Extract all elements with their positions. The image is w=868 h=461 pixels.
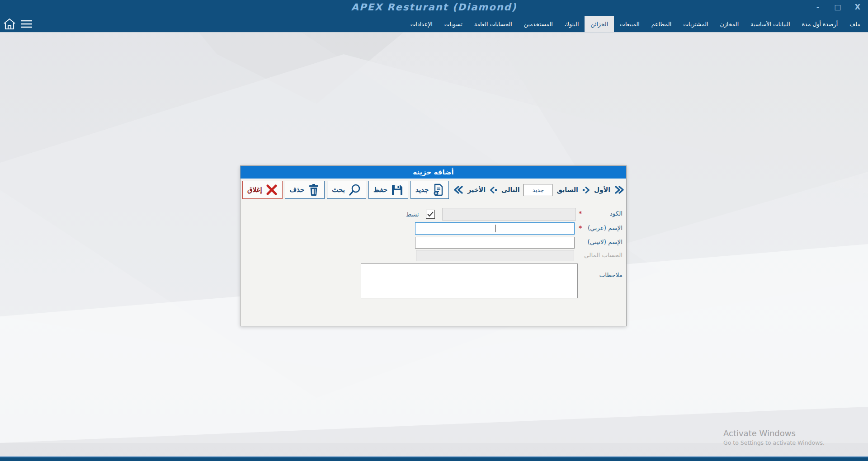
menu-item-sales[interactable]: المبيعات	[614, 16, 646, 32]
menu-item-users[interactable]: المستخدمين	[518, 16, 559, 32]
watermark-line1: Activate Windows	[723, 428, 825, 438]
previous-record-icon[interactable]	[582, 187, 590, 193]
save-button[interactable]: حفظ	[368, 181, 408, 199]
code-label: الكود	[610, 210, 623, 217]
menu-item-opening-balances[interactable]: أرصدة أول مدة	[796, 16, 844, 32]
menu-item-restaurants[interactable]: المطاعم	[646, 16, 677, 32]
delete-trash-icon	[308, 183, 320, 196]
top-bar: APEX Resturant (Diamond) - □ X ملف أرصدة…	[0, 0, 868, 33]
dialog-toolbar: الأول السابق جديد التالى الأخير	[242, 180, 624, 200]
menu-item-settings[interactable]: الإعدادات	[405, 16, 439, 32]
latin-name-label: الإسم (لاتينى)	[588, 238, 623, 245]
bottom-status-strip	[0, 456, 868, 461]
menu-item-basic-data[interactable]: البيانات الأساسية	[745, 16, 796, 32]
close-button-label: إغلاق	[247, 186, 262, 194]
hamburger-menu-icon[interactable]	[21, 19, 33, 29]
active-label: نشط	[406, 211, 419, 218]
arabic-name-label: الإسم (عربي)	[588, 224, 623, 231]
financial-account-input	[416, 250, 574, 261]
arabic-name-required-asterisk: *	[579, 224, 582, 231]
menu-item-file[interactable]: ملف	[844, 16, 866, 32]
nav-next-label[interactable]: التالى	[501, 186, 519, 193]
topbar-left-icons	[3, 18, 33, 30]
latin-name-input[interactable]	[415, 237, 575, 249]
menu-item-warehouses[interactable]: المخازن	[714, 16, 745, 32]
delete-button-label: حذف	[290, 186, 305, 194]
first-record-icon[interactable]	[614, 186, 624, 194]
notes-textarea[interactable]	[361, 263, 578, 298]
close-button[interactable]: إغلاق	[242, 181, 283, 199]
home-icon[interactable]	[3, 18, 16, 30]
close-x-icon	[266, 184, 278, 195]
add-treasury-dialog: أضافه خزينه الأول السابق جديد التالى	[240, 165, 627, 326]
nav-first-label[interactable]: الأول	[594, 186, 610, 193]
search-magnifier-icon	[349, 183, 361, 196]
maximize-button[interactable]: □	[834, 3, 842, 11]
window-close-button[interactable]: X	[854, 3, 862, 11]
financial-account-label: الحساب المالى	[584, 251, 623, 259]
new-button-label: جديد	[415, 186, 429, 194]
new-document-icon	[432, 183, 444, 196]
main-menu: ملف أرصدة أول مدة البيانات الأساسية المخ…	[405, 16, 866, 32]
code-input	[442, 208, 576, 221]
menu-item-purchases[interactable]: المشتريات	[677, 16, 714, 32]
save-floppy-icon	[391, 184, 403, 196]
last-record-icon[interactable]	[453, 186, 463, 194]
search-button-label: بحث	[332, 186, 345, 194]
notes-label: ملاحظات	[599, 271, 623, 278]
minimize-button[interactable]: -	[814, 3, 822, 11]
activate-windows-watermark: Activate Windows Go to Settings to activ…	[723, 428, 825, 446]
record-navigator: الأول السابق جديد التالى الأخير	[453, 184, 624, 196]
menu-item-general-accounts[interactable]: الحسابات العامة	[468, 16, 518, 32]
app-title: APEX Resturant (Diamond)	[0, 2, 868, 13]
nav-previous-label[interactable]: السابق	[557, 186, 578, 193]
current-record-box[interactable]: جديد	[524, 184, 552, 196]
menu-item-treasuries[interactable]: الخزائن	[585, 16, 614, 32]
new-button[interactable]: جديد	[410, 181, 449, 199]
text-caret	[495, 225, 495, 232]
nav-last-label[interactable]: الأخير	[467, 186, 486, 193]
dialog-title: أضافه خزينه	[241, 166, 626, 179]
menu-item-banks[interactable]: البنوك	[559, 16, 585, 32]
next-record-icon[interactable]	[490, 187, 497, 193]
toolbar-buttons: جديد حفظ	[242, 181, 449, 199]
watermark-line2: Go to Settings to activate Windows.	[723, 439, 825, 446]
active-checkbox[interactable]	[426, 210, 435, 219]
arabic-name-input[interactable]	[415, 222, 575, 235]
search-button[interactable]: بحث	[327, 181, 366, 199]
save-button-label: حفظ	[373, 186, 387, 194]
menu-item-settlements[interactable]: تسويات	[439, 16, 468, 32]
code-required-asterisk: *	[579, 210, 582, 217]
delete-button[interactable]: حذف	[285, 181, 325, 199]
window-controls: - □ X	[814, 3, 862, 11]
